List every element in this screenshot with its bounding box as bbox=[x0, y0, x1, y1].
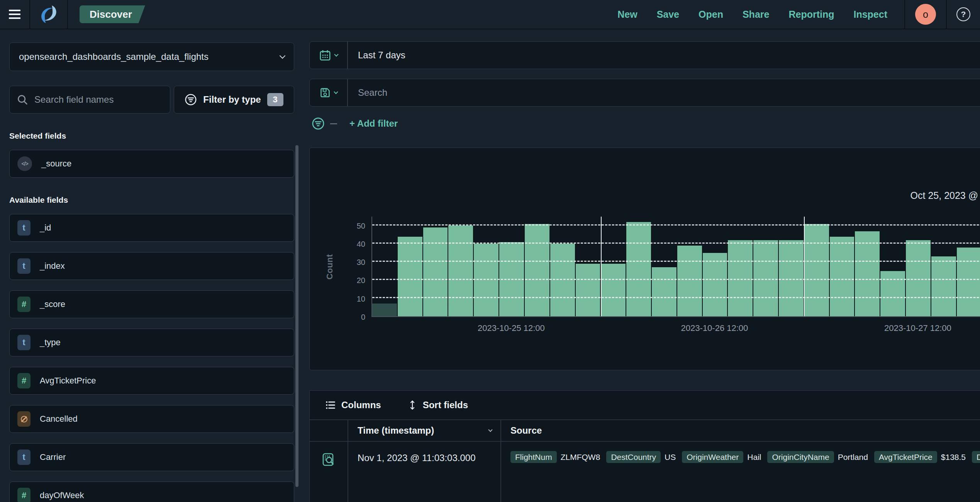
histogram-bar[interactable] bbox=[474, 244, 498, 316]
nav-link-open[interactable]: Open bbox=[699, 9, 723, 20]
field-item-_score[interactable]: #_score bbox=[9, 290, 294, 318]
selected-fields-heading: Selected fields bbox=[9, 131, 294, 141]
nav-link-reporting[interactable]: Reporting bbox=[788, 9, 834, 20]
histogram-bar[interactable] bbox=[398, 237, 422, 316]
number-field-icon: # bbox=[17, 373, 31, 388]
search-field-names-input[interactable] bbox=[34, 94, 163, 105]
nav-links: NewSaveOpenShareReportingInspect bbox=[617, 9, 904, 20]
y-axis-tick: 30 bbox=[357, 258, 365, 267]
field-item-AvgTicketPrice[interactable]: #AvgTicketPrice bbox=[9, 367, 294, 395]
histogram-bar[interactable] bbox=[728, 240, 753, 316]
sort-fields-button[interactable]: Sort fields bbox=[405, 399, 470, 411]
histogram-bar[interactable] bbox=[804, 224, 829, 316]
field-item-Cancelled[interactable]: Cancelled bbox=[9, 405, 294, 433]
histogram-bar[interactable] bbox=[830, 237, 855, 316]
histogram-bar[interactable] bbox=[779, 240, 804, 316]
add-filter-button[interactable]: + Add filter bbox=[347, 118, 400, 129]
histogram-bar[interactable] bbox=[525, 224, 549, 316]
menu-hamburger-icon[interactable] bbox=[0, 0, 30, 29]
index-pattern-label: opensearch_dashboards_sample_data_flight… bbox=[19, 51, 209, 62]
saved-query-button[interactable] bbox=[310, 79, 348, 106]
date-picker-bar: Last 7 days Show dates bbox=[309, 41, 980, 69]
field-item-_index[interactable]: t_index bbox=[9, 252, 294, 280]
histogram-bar[interactable] bbox=[703, 253, 727, 316]
filter-by-type-button[interactable]: Filter by type 3 bbox=[174, 86, 294, 114]
y-axis-tick: 20 bbox=[357, 276, 365, 285]
table-header-row: Time (timestamp) Source bbox=[310, 420, 980, 442]
day-boundary-line bbox=[601, 217, 602, 316]
field-item-dayOfWeek[interactable]: #dayOfWeek bbox=[9, 482, 294, 502]
sidebar-scrollbar[interactable] bbox=[295, 145, 298, 487]
x-axis-labels: 2023-10-25 12:002023-10-26 12:002023-10-… bbox=[371, 323, 980, 335]
histogram-bar[interactable] bbox=[677, 246, 702, 316]
histogram-bar[interactable] bbox=[880, 271, 905, 316]
search-bar: DQL bbox=[309, 79, 980, 107]
histogram-bar[interactable] bbox=[448, 226, 473, 316]
histogram-bar[interactable] bbox=[652, 267, 677, 316]
filter-row: + Add filter bbox=[309, 116, 980, 131]
source-header-label: Source bbox=[510, 425, 542, 436]
string-field-icon: t bbox=[17, 258, 31, 274]
index-pattern-select[interactable]: opensearch_dashboards_sample_data_flight… bbox=[9, 42, 294, 71]
avatar-wrap: o bbox=[905, 4, 946, 25]
opensearch-logo-icon bbox=[38, 4, 59, 25]
histogram-bar[interactable] bbox=[601, 264, 626, 316]
histogram-bar[interactable] bbox=[753, 240, 778, 316]
columns-button[interactable]: Columns bbox=[323, 399, 383, 411]
histogram-bar[interactable] bbox=[931, 256, 956, 316]
opensearch-logo[interactable] bbox=[30, 0, 68, 29]
gridline bbox=[372, 224, 980, 226]
field-name: _type bbox=[40, 337, 61, 348]
histogram-plot-zone: Count 01020304050 2023-10-25 12:002023-1… bbox=[371, 217, 980, 317]
histogram-bar[interactable] bbox=[423, 227, 448, 316]
histogram-bar[interactable] bbox=[626, 222, 651, 316]
nav-right: NewSaveOpenShareReportingInspect o ? bbox=[617, 0, 980, 29]
x-axis-tick: 2023-10-26 12:00 bbox=[681, 323, 748, 333]
source-field-value: $138.5 bbox=[941, 453, 966, 461]
expand-column-header bbox=[310, 420, 348, 441]
field-name: _id bbox=[40, 223, 51, 233]
field-item-Carrier[interactable]: tCarrier bbox=[9, 443, 294, 471]
histogram-plot[interactable] bbox=[371, 217, 980, 317]
time-column-header[interactable]: Time (timestamp) bbox=[348, 420, 501, 441]
list-icon bbox=[325, 400, 336, 410]
query-search-input[interactable] bbox=[348, 79, 980, 106]
number-field-icon: # bbox=[17, 488, 31, 502]
nav-link-save[interactable]: Save bbox=[657, 9, 679, 20]
nav-link-share[interactable]: Share bbox=[743, 9, 769, 20]
app-badge-discover[interactable]: Discover bbox=[80, 5, 145, 23]
nav-link-new[interactable]: New bbox=[617, 9, 637, 20]
histogram-bar[interactable] bbox=[906, 240, 931, 316]
filter-icon[interactable] bbox=[312, 117, 325, 130]
source-column-header[interactable]: Source bbox=[501, 420, 980, 441]
time-range-value[interactable]: Last 7 days bbox=[348, 50, 405, 61]
source-field-badge: OriginWeather bbox=[682, 451, 743, 463]
chevron-down-icon bbox=[488, 427, 492, 432]
field-item-_source[interactable]: </>_source bbox=[9, 150, 294, 178]
date-quick-select-button[interactable] bbox=[310, 42, 348, 69]
chevron-down-icon bbox=[334, 90, 338, 94]
nav-link-inspect[interactable]: Inspect bbox=[853, 9, 887, 20]
histogram-bar[interactable] bbox=[855, 231, 880, 316]
x-axis-caption: timestamp per 3 hours bbox=[310, 344, 980, 355]
source-field-value: Portland bbox=[838, 453, 868, 461]
number-field-icon: # bbox=[17, 297, 31, 312]
chevron-down-icon bbox=[280, 53, 286, 59]
expand-row-cell[interactable] bbox=[310, 442, 348, 502]
help-icon[interactable]: ? bbox=[956, 7, 970, 21]
user-avatar[interactable]: o bbox=[915, 4, 936, 25]
histogram-bar[interactable] bbox=[576, 264, 600, 316]
field-item-_type[interactable]: t_type bbox=[9, 329, 294, 356]
histogram-bar[interactable] bbox=[957, 248, 980, 316]
histogram-bar[interactable] bbox=[550, 244, 575, 316]
save-icon bbox=[320, 87, 331, 98]
x-axis-tick: 2023-10-25 12:00 bbox=[478, 323, 545, 333]
source-field-value: ZLMFQW8 bbox=[561, 453, 600, 461]
day-boundary-line bbox=[804, 217, 805, 316]
field-item-_id[interactable]: t_id bbox=[9, 214, 294, 242]
field-name: AvgTicketPrice bbox=[40, 376, 96, 386]
string-field-icon: t bbox=[17, 220, 31, 236]
field-name: _source bbox=[41, 159, 71, 169]
histogram-panel: 2,140hits Oct 25, 2023 @ 11:07:19.143 - … bbox=[309, 148, 980, 370]
calendar-icon bbox=[319, 49, 331, 61]
